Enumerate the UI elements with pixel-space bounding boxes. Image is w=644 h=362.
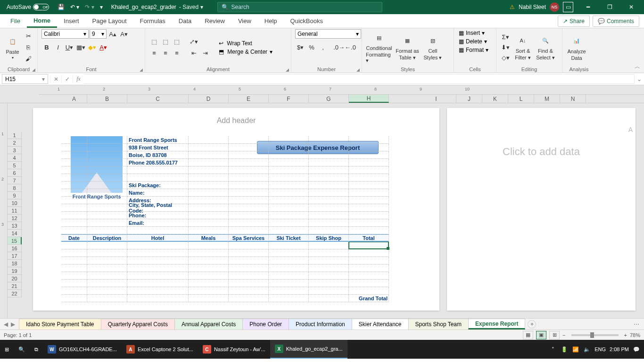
cell[interactable]: [229, 136, 269, 144]
cell[interactable]: [309, 287, 349, 295]
cell[interactable]: [309, 280, 349, 287]
cell[interactable]: [189, 151, 229, 159]
clear-icon[interactable]: ◇▾: [500, 53, 511, 63]
cell[interactable]: [349, 272, 389, 280]
warning-icon[interactable]: ⚠: [510, 4, 515, 10]
tab-data[interactable]: Data: [172, 15, 198, 28]
cell[interactable]: [309, 189, 349, 197]
cell[interactable]: [189, 144, 229, 151]
cell[interactable]: [229, 204, 269, 212]
row-header-8[interactable]: 8: [8, 184, 22, 192]
cell[interactable]: [61, 272, 87, 280]
cancel-formula-icon[interactable]: ✕: [50, 74, 61, 84]
align-center-icon[interactable]: ≡: [160, 49, 171, 58]
start-button[interactable]: ⊞: [0, 340, 14, 359]
cell[interactable]: [309, 272, 349, 280]
col-header-A[interactable]: A: [61, 95, 87, 103]
zoom-level[interactable]: 78%: [630, 332, 640, 338]
orientation-icon[interactable]: ⤢▾: [189, 37, 199, 47]
tab-insert[interactable]: Insert: [57, 15, 86, 28]
cell[interactable]: [61, 197, 87, 204]
font-color-button[interactable]: A▾: [98, 42, 108, 52]
col-header-N[interactable]: N: [560, 95, 586, 103]
cell[interactable]: [127, 249, 189, 257]
clock[interactable]: 2:08 PM: [610, 346, 629, 352]
cell[interactable]: [309, 242, 349, 249]
fx-icon[interactable]: fx: [73, 74, 84, 84]
cell[interactable]: Grand Total: [309, 295, 389, 302]
cell[interactable]: [87, 151, 127, 159]
cell[interactable]: Boise, ID 83708: [127, 151, 189, 159]
row-header-3[interactable]: 3: [8, 147, 22, 154]
percent-icon[interactable]: %: [306, 42, 317, 52]
cell[interactable]: [229, 212, 269, 219]
cell[interactable]: [61, 219, 87, 227]
cell[interactable]: [269, 295, 309, 302]
number-launcher-icon[interactable]: ◢: [356, 67, 360, 72]
tab-page-layout[interactable]: Page Layout: [86, 15, 133, 28]
fill-color-button[interactable]: ◆▾: [87, 42, 97, 52]
sheet-tab-quarterly[interactable]: Quarterly Apparel Costs: [101, 319, 175, 329]
decrease-indent-icon[interactable]: ⇤: [189, 49, 199, 58]
cell[interactable]: [127, 280, 189, 287]
cell[interactable]: [269, 151, 309, 159]
cell[interactable]: [61, 257, 87, 264]
cell[interactable]: [229, 151, 269, 159]
vertical-ruler[interactable]: 123: [0, 103, 8, 318]
cell[interactable]: [269, 227, 309, 234]
sheet-tab-sports[interactable]: Sports Shop Team: [408, 319, 469, 329]
align-launcher-icon[interactable]: ◢: [286, 67, 289, 72]
col-header-L[interactable]: L: [508, 95, 534, 103]
cell[interactable]: [189, 249, 229, 257]
row-header-16[interactable]: 16: [8, 245, 22, 252]
cell[interactable]: [61, 181, 87, 189]
cell[interactable]: [309, 227, 349, 234]
increase-decimal-icon[interactable]: .0→: [334, 42, 344, 52]
delete-cells-button[interactable]: ▦ Delete ▾: [458, 38, 488, 45]
click-to-add-data[interactable]: Click to add data: [503, 146, 580, 158]
task-view-icon[interactable]: ⧉: [30, 340, 43, 359]
cell[interactable]: [229, 295, 269, 302]
fill-icon[interactable]: ⬇▾: [500, 43, 511, 52]
cell[interactable]: [269, 159, 309, 166]
cell[interactable]: [189, 272, 229, 280]
tab-quickbooks[interactable]: QuickBooks: [284, 15, 330, 28]
cell[interactable]: [127, 257, 189, 264]
doc-state[interactable]: - Saved ▾: [179, 4, 203, 10]
cell[interactable]: [309, 166, 349, 174]
sheet-tab-expense[interactable]: Expense Report: [468, 319, 525, 329]
tab-home[interactable]: Home: [27, 15, 57, 28]
volume-icon[interactable]: 🔈: [583, 346, 591, 353]
close-button[interactable]: ✕: [620, 0, 642, 14]
cell[interactable]: Name:: [127, 189, 189, 197]
cell[interactable]: [189, 204, 229, 212]
cell[interactable]: [229, 242, 269, 249]
taskbar-app[interactable]: XKhaled_go_ecap2_gra...: [270, 340, 347, 359]
formula-input[interactable]: [84, 74, 635, 84]
tab-help[interactable]: Help: [258, 15, 284, 28]
cell[interactable]: [61, 144, 87, 151]
cell[interactable]: [127, 227, 189, 234]
accounting-icon[interactable]: $▾: [295, 42, 305, 52]
cell[interactable]: [229, 272, 269, 280]
cell[interactable]: [349, 280, 389, 287]
notifications-icon[interactable]: 💬: [633, 346, 640, 353]
cell[interactable]: [127, 287, 189, 295]
row-header-22[interactable]: 22: [8, 290, 22, 297]
format-painter-icon[interactable]: 🖌: [23, 54, 33, 64]
cell[interactable]: [309, 151, 349, 159]
page-break-view-icon[interactable]: ⊞: [549, 331, 560, 339]
name-box[interactable]: H15▾: [2, 74, 48, 84]
align-left-icon[interactable]: ≡: [149, 49, 159, 58]
cell[interactable]: [269, 272, 309, 280]
cell[interactable]: [349, 144, 389, 151]
cell[interactable]: [269, 264, 309, 272]
taskbar-search-icon[interactable]: 🔍: [14, 340, 30, 359]
row-header-13[interactable]: 13: [8, 222, 22, 230]
row-header-15[interactable]: 15: [8, 237, 22, 245]
paste-button[interactable]: 📋Paste▾: [4, 31, 21, 64]
format-cells-button[interactable]: ▦ Format ▾: [458, 46, 489, 54]
tab-formulas[interactable]: Formulas: [133, 15, 172, 28]
cell[interactable]: [349, 204, 389, 212]
cell[interactable]: [189, 280, 229, 287]
